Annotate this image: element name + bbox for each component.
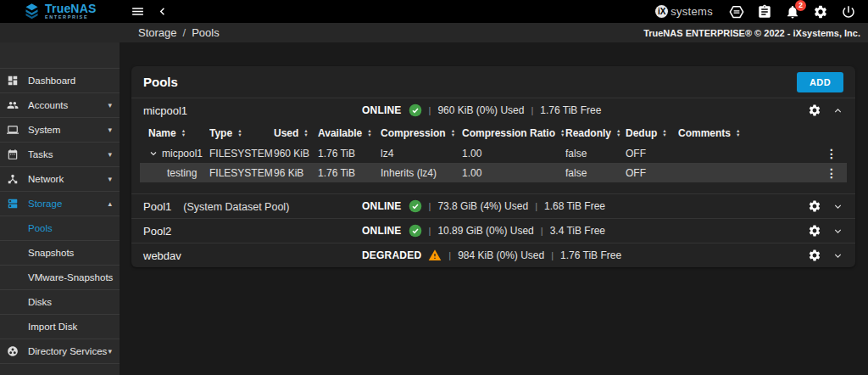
breadcrumb-pools: Pools	[192, 26, 220, 39]
power-icon	[841, 4, 856, 20]
sidebar-item-snapshots[interactable]: Snapshots	[0, 241, 120, 266]
sidebar-item-disks[interactable]: Disks	[0, 290, 120, 315]
chevron-left-icon	[155, 4, 170, 19]
pools-card: Pools ADD micpool1 ONLINE | 960 KiB (0%)…	[131, 66, 855, 267]
sidebar-item-storage[interactable]: Storage ▴	[0, 192, 120, 216]
page-title: Pools	[143, 75, 178, 89]
breadcrumb-bar: Storage / Pools TrueNAS ENTERPRISE® © 20…	[0, 23, 868, 42]
pool-free: 1.68 TiB Free	[544, 200, 605, 212]
column-header-compression[interactable]: Compression▲▼	[381, 127, 462, 139]
dataset-used: 960 KiB	[274, 148, 318, 160]
sort-icon: ▲▼	[367, 129, 371, 137]
status-badge: ONLINE	[362, 200, 402, 212]
tasks-icon	[7, 148, 19, 160]
hamburger-icon	[131, 4, 145, 19]
pool-gear-icon[interactable]	[808, 224, 821, 238]
sidebar-item-network[interactable]: Network ▾	[0, 167, 120, 192]
sidebar-item-label: Network	[28, 174, 64, 184]
column-header-available[interactable]: Available▲▼	[318, 127, 381, 139]
gear-icon	[813, 4, 828, 20]
separator: |	[429, 201, 431, 211]
status-badge: DEGRADED	[362, 249, 421, 261]
truenas-logo[interactable]: TrueNAS ENTERPRISE	[0, 0, 120, 23]
pool-gear-icon[interactable]	[808, 249, 821, 262]
hamburger-menu-button[interactable]	[131, 4, 145, 19]
separator: |	[448, 250, 451, 260]
dataset-available: 1.76 TiB	[318, 167, 381, 179]
chevron-down-icon: ▾	[108, 101, 112, 109]
row-menu-icon[interactable]: ⋮	[826, 166, 837, 180]
table-row[interactable]: testing FILESYSTEM 96 KiB 1.76 TiB Inher…	[140, 163, 847, 182]
pool-name: webdav	[143, 249, 181, 262]
sidebar-item-label: Storage	[28, 199, 62, 209]
sort-icon: ▲▼	[181, 129, 186, 137]
dataset-dedup: OFF	[626, 167, 678, 179]
sidebar-spacer	[0, 42, 120, 69]
sidebar-item-vmware-snapshots[interactable]: VMware-Snapshots	[0, 266, 120, 290]
pool-used: 73.8 GiB (4%) Used	[437, 200, 528, 212]
notifications-button[interactable]: 2	[785, 4, 800, 20]
collapse-sidenav-button[interactable]	[155, 4, 170, 19]
sort-icon: ▲▼	[662, 129, 666, 137]
table-row[interactable]: micpool1 FILESYSTEM 960 KiB 1.76 TiB lz4…	[140, 143, 847, 163]
degraded-warning-icon	[428, 249, 442, 262]
power-button[interactable]	[841, 4, 856, 20]
pool-row-pool1[interactable]: Pool1 (System Dataset Pool) ONLINE | 73.…	[131, 193, 855, 218]
hexagon-icon	[729, 4, 744, 20]
chevron-up-icon: ▴	[108, 199, 112, 208]
table-header-row: Name▲▼ Type▲▼ Used▲▼ Available▲▼ Compres…	[140, 122, 847, 143]
pool-row-micpool1[interactable]: micpool1 ONLINE | 960 KiB (0%) Used | 1.…	[131, 98, 855, 122]
expand-pool-icon[interactable]	[832, 201, 843, 212]
sidebar-item-import-disk[interactable]: Import Disk	[0, 315, 120, 339]
pool-gear-icon[interactable]	[808, 104, 821, 117]
sidebar-item-dashboard[interactable]: Dashboard	[0, 69, 120, 93]
add-pool-button[interactable]: ADD	[797, 72, 843, 92]
dataset-name: testing	[167, 167, 197, 179]
chevron-down-icon: ▾	[108, 150, 112, 159]
notification-badge: 2	[795, 0, 806, 11]
sidebar-item-tasks[interactable]: Tasks ▾	[0, 143, 120, 167]
dataset-compression-ratio: 1.00	[462, 148, 565, 160]
task-manager-button[interactable]	[757, 4, 772, 20]
sidebar-item-accounts[interactable]: Accounts ▾	[0, 93, 120, 118]
sort-icon: ▲▼	[237, 129, 242, 137]
column-header-compression-ratio[interactable]: Compression Ratio▲▼	[462, 127, 565, 139]
sidebar: Dashboard Accounts ▾ System ▾ Tasks ▾ Ne…	[0, 42, 120, 375]
column-header-used[interactable]: Used▲▼	[274, 127, 318, 139]
collapse-pool-icon[interactable]	[832, 105, 843, 116]
sidebar-item-label: Accounts	[28, 100, 68, 110]
column-header-dedup[interactable]: Dedup▲▼	[626, 127, 678, 139]
pool-row-webdav[interactable]: webdav DEGRADED | 984 KiB (0%) Used | 1.…	[131, 243, 855, 267]
dashboard-icon	[7, 75, 19, 87]
row-menu-icon[interactable]: ⋮	[826, 147, 837, 160]
settings-button[interactable]	[813, 4, 828, 20]
online-check-icon	[409, 224, 422, 238]
column-header-comments[interactable]: Comments▲▼	[678, 127, 816, 139]
truecommand-button[interactable]	[729, 4, 744, 20]
online-check-icon	[409, 104, 422, 117]
dataset-compression-ratio: 1.00	[462, 167, 565, 179]
sort-icon: ▲▼	[303, 129, 308, 137]
column-header-type[interactable]: Type▲▼	[209, 127, 274, 139]
pool-row-pool2[interactable]: Pool2 ONLINE | 10.89 GiB (0%) Used | 3.4…	[131, 218, 855, 243]
expand-dataset-icon[interactable]	[148, 148, 159, 159]
column-header-readonly[interactable]: Readonly▲▼	[565, 127, 626, 139]
brand-edition: ENTERPRISE	[45, 15, 97, 20]
globe-icon	[7, 345, 19, 357]
dataset-compression: Inherits (lz4)	[381, 167, 462, 179]
sidebar-item-system[interactable]: System ▾	[0, 118, 120, 143]
sidebar-item-directory-services[interactable]: Directory Services ▾	[0, 339, 120, 364]
dataset-dedup: OFF	[626, 148, 678, 160]
sidebar-item-label: Tasks	[28, 149, 53, 160]
sidebar-item-pools[interactable]: Pools	[0, 216, 120, 241]
column-header-name[interactable]: Name▲▼	[140, 127, 209, 139]
separator: |	[541, 226, 543, 236]
pool-used: 984 KiB (0%) Used	[458, 249, 544, 261]
expand-pool-icon[interactable]	[832, 226, 843, 237]
pool-gear-icon[interactable]	[808, 199, 821, 213]
expand-pool-icon[interactable]	[832, 250, 843, 261]
breadcrumb-storage[interactable]: Storage	[138, 26, 177, 39]
dataset-type: FILESYSTEM	[209, 167, 274, 179]
pool-free: 1.76 TiB Free	[560, 249, 621, 261]
status-badge: ONLINE	[362, 225, 402, 237]
